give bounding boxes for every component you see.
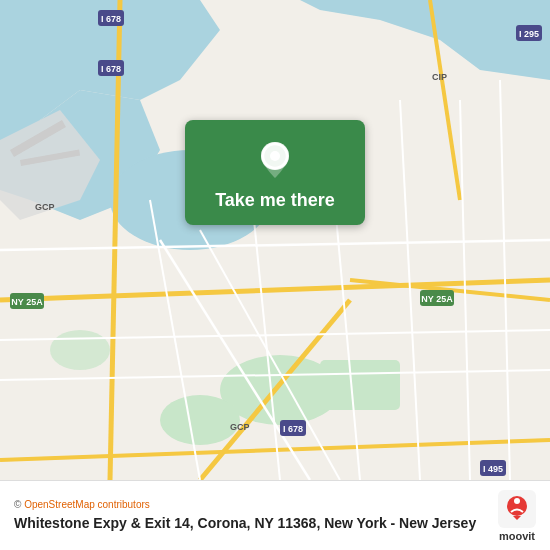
navigation-overlay[interactable]: Take me there bbox=[185, 120, 365, 225]
svg-text:I 495: I 495 bbox=[483, 464, 503, 474]
button-label: Take me there bbox=[215, 190, 335, 211]
svg-text:GCP: GCP bbox=[35, 202, 55, 212]
svg-text:NY 25A: NY 25A bbox=[11, 297, 43, 307]
svg-point-8 bbox=[50, 330, 110, 370]
svg-point-6 bbox=[160, 395, 240, 445]
attribution-text: © OpenStreetMap contributors bbox=[14, 499, 488, 510]
location-label: Whitestone Expy & Exit 14, Corona, NY 11… bbox=[14, 514, 488, 532]
moovit-logo: moovit bbox=[498, 490, 536, 542]
svg-rect-7 bbox=[320, 360, 400, 410]
map-container: I 678 I 678 GCP GCP NY 25A NY 25A I 678 … bbox=[0, 0, 550, 480]
svg-text:I 678: I 678 bbox=[101, 64, 121, 74]
svg-point-48 bbox=[270, 151, 280, 161]
info-text-block: © OpenStreetMap contributors Whitestone … bbox=[14, 499, 488, 532]
svg-text:I 295: I 295 bbox=[519, 29, 539, 39]
svg-text:I 678: I 678 bbox=[283, 424, 303, 434]
moovit-label: moovit bbox=[499, 530, 535, 542]
openstreetmap-link[interactable]: OpenStreetMap contributors bbox=[24, 499, 150, 510]
svg-text:GCP: GCP bbox=[230, 422, 250, 432]
moovit-icon bbox=[498, 490, 536, 528]
location-pin-icon bbox=[253, 138, 297, 182]
take-me-there-button[interactable]: Take me there bbox=[185, 120, 365, 225]
svg-text:CIP: CIP bbox=[432, 72, 447, 82]
svg-point-51 bbox=[514, 498, 520, 504]
map-svg: I 678 I 678 GCP GCP NY 25A NY 25A I 678 … bbox=[0, 0, 550, 480]
svg-text:I 678: I 678 bbox=[101, 14, 121, 24]
info-bar: © OpenStreetMap contributors Whitestone … bbox=[0, 480, 550, 550]
svg-text:NY 25A: NY 25A bbox=[421, 294, 453, 304]
